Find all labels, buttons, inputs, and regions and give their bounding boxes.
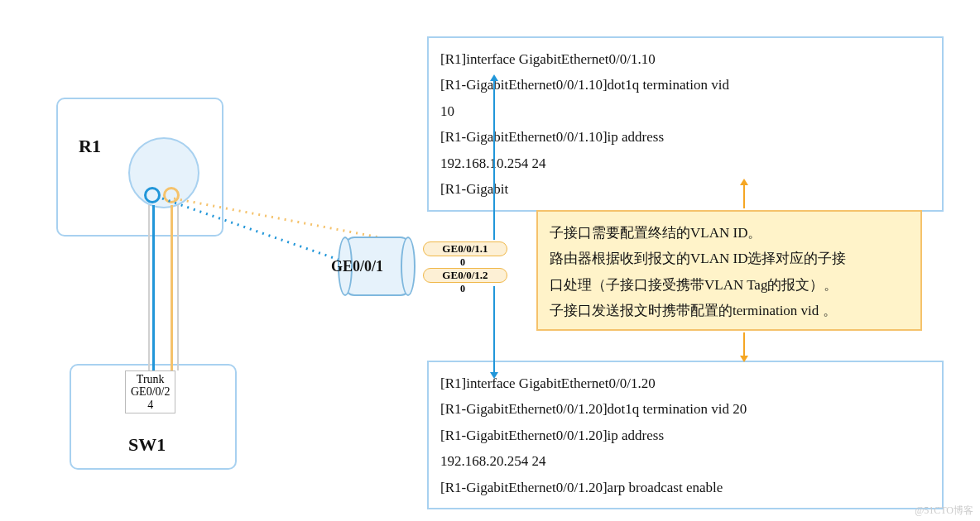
arrow-orange-down: [743, 332, 745, 357]
cfg10-l6: [R1-Gigabit: [440, 176, 930, 202]
vlan10-line: [152, 205, 155, 370]
cfg20-l4: 192.168.20.254 24: [440, 448, 930, 474]
cfg10-l4: [R1-GigabitEthernet0/0/1.10]ip address: [440, 124, 930, 150]
cfg10-l2: [R1-GigabitEthernet0/0/1.10]dot1q termin…: [440, 72, 930, 98]
vlan20-line: [171, 205, 173, 370]
subif-20-text: GE0/0/1.2: [442, 269, 488, 281]
trunk-text-3: 4: [131, 399, 170, 411]
cfg20-l3: [R1-GigabitEthernet0/0/1.20]ip address: [440, 423, 930, 448]
cfg20-l5: [R1-GigabitEthernet0/0/1.20]arp broadcas…: [440, 475, 930, 500]
trunk-text-1: Trunk: [131, 373, 170, 385]
cfg10-l3: 10: [440, 98, 930, 124]
arrow-blue-down: [493, 286, 495, 374]
device-r1-label: R1: [79, 136, 101, 157]
arrow-blue-up: [493, 79, 495, 240]
subif-10-suffix: 0: [460, 256, 465, 269]
note-l3: 口处理（子接口接受携带VLAN Tag的报文）。: [550, 272, 909, 298]
trunk-label-box: Trunk GE0/0/2 4: [125, 370, 175, 413]
subif-10-pill: GE0/0/1.1: [423, 241, 507, 256]
interface-label: GE0/0/1: [331, 258, 383, 275]
subif-ring-orange: [163, 187, 180, 203]
watermark: @51CTO博客: [915, 504, 973, 518]
subif-ring-blue: [144, 187, 161, 203]
trunk-line-left: [148, 205, 150, 370]
note-l2: 路由器根据收到报文的VLAN ID选择对应的子接: [550, 246, 909, 271]
cfg10-l1: [R1]interface GigabitEthernet0/0/1.10: [440, 46, 930, 72]
note-l4: 子接口发送报文时携带配置的termination vid 。: [550, 298, 909, 323]
subif-10-text: GE0/0/1.1: [442, 242, 488, 255]
arrow-orange-up: [743, 184, 745, 208]
note-box: 子接口需要配置终结的VLAN ID。 路由器根据收到报文的VLAN ID选择对应…: [536, 210, 922, 331]
cfg10-l5: 192.168.10.254 24: [440, 151, 930, 176]
cfg20-l2: [R1-GigabitEthernet0/0/1.20]dot1q termin…: [440, 396, 930, 422]
config-box-vlan10: [R1]interface GigabitEthernet0/0/1.10 [R…: [427, 36, 944, 212]
config-box-vlan20: [R1]interface GigabitEthernet0/0/1.20 [R…: [427, 361, 944, 509]
subif-20-pill: GE0/0/1.2: [423, 268, 507, 283]
subif-20-suffix: 0: [460, 283, 465, 295]
cfg20-l1: [R1]interface GigabitEthernet0/0/1.20: [440, 370, 930, 396]
note-l1: 子接口需要配置终结的VLAN ID。: [550, 220, 909, 246]
trunk-line-right: [177, 205, 179, 370]
device-sw1-label: SW1: [128, 434, 166, 456]
trunk-text-2: GE0/0/2: [131, 385, 170, 398]
